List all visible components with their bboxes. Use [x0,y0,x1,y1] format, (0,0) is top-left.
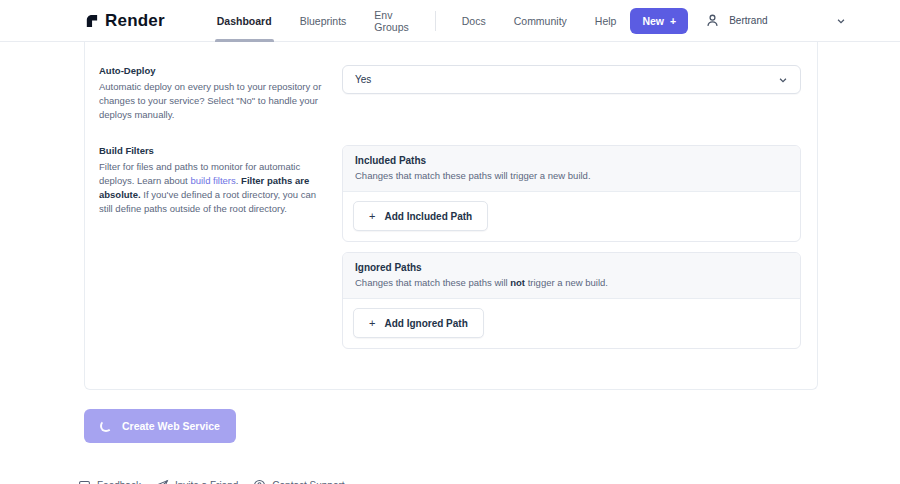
auto-deploy-info: Auto-Deploy Automatic deploy on every pu… [99,65,327,122]
nav-item-community[interactable]: Community [500,0,581,42]
invite-a-friend-label: Invite a Friend [175,480,238,484]
invite-a-friend-link[interactable]: Invite a Friend [156,479,238,484]
ignored-paths-title: Ignored Paths [355,262,788,273]
nav-item-dashboard[interactable]: Dashboard [203,0,286,42]
included-paths-title: Included Paths [355,155,788,166]
build-filters-section: Build Filters Filter for files and paths… [85,122,817,389]
render-logo[interactable]: Render [84,11,165,31]
new-button-label: New [642,15,664,27]
ignored-paths-body: + Add Ignored Path [343,299,800,348]
contact-support-link[interactable]: Contact Support [253,479,344,484]
chevron-down-icon[interactable] [836,16,846,26]
ignored-paths-desc-bold: not [510,277,525,288]
ignored-paths-description: Changes that match these paths will not … [355,277,788,288]
plus-icon: + [369,210,375,222]
add-included-path-button[interactable]: + Add Included Path [353,201,488,231]
add-ignored-path-button[interactable]: + Add Ignored Path [353,308,484,338]
user-name: Bertrand [729,15,767,26]
auto-deploy-section: Auto-Deploy Automatic deploy on every pu… [85,42,817,122]
nav-divider [435,11,436,31]
ignored-paths-desc-text: trigger a new build. [525,277,608,288]
create-web-service-button[interactable]: Create Web Service [84,409,236,443]
question-circle-icon [253,479,266,484]
add-included-path-label: Add Included Path [384,211,472,222]
top-nav: Render Dashboard Blueprints Env Groups D… [0,0,900,42]
nav-item-docs[interactable]: Docs [448,0,500,42]
ignored-paths-panel: Ignored Paths Changes that match these p… [342,252,801,349]
included-paths-description: Changes that match these paths will trig… [355,170,788,181]
feedback-bubble-icon [78,479,91,484]
auto-deploy-select-value: Yes [355,74,371,85]
auto-deploy-title: Auto-Deploy [99,65,327,76]
build-filters-title: Build Filters [99,145,327,156]
contact-support-label: Contact Support [272,480,344,484]
build-filters-info: Build Filters Filter for files and paths… [99,145,327,349]
build-filters-description: Filter for files and paths to monitor fo… [99,160,327,216]
included-paths-panel: Included Paths Changes that match these … [342,145,801,242]
person-icon [704,12,721,29]
header-right: New + Bertrand [630,8,845,34]
ignored-paths-header: Ignored Paths Changes that match these p… [343,253,800,299]
nav-item-env-groups[interactable]: Env Groups [360,0,423,42]
primary-nav: Dashboard Blueprints Env Groups Docs Com… [203,0,631,42]
included-paths-header: Included Paths Changes that match these … [343,146,800,192]
plus-icon: + [670,15,676,27]
add-ignored-path-label: Add Ignored Path [384,318,467,329]
nav-item-help[interactable]: Help [581,0,631,42]
auto-deploy-description: Automatic deploy on every push to your r… [99,80,327,122]
auto-deploy-select[interactable]: Yes [342,65,801,94]
feedback-label: Feedback [97,480,141,484]
nav-item-blueprints[interactable]: Blueprints [286,0,361,42]
user-menu[interactable]: Bertrand [704,12,767,29]
loading-spinner-icon [100,420,112,432]
plus-icon: + [369,317,375,329]
paper-plane-icon [156,479,169,484]
feedback-link[interactable]: Feedback [78,479,141,484]
new-button[interactable]: New + [630,8,688,34]
footer-links: Feedback Invite a Friend Contact Support [78,479,900,484]
build-filters-link[interactable]: build filters [190,175,235,186]
service-settings-card: Auto-Deploy Automatic deploy on every pu… [84,42,818,390]
ignored-paths-desc-text: Changes that match these paths will [355,277,510,288]
render-logo-icon [84,13,99,28]
chevron-down-icon [778,75,788,85]
create-web-service-label: Create Web Service [122,420,220,432]
included-paths-body: + Add Included Path [343,192,800,241]
logo-text: Render [105,11,165,31]
